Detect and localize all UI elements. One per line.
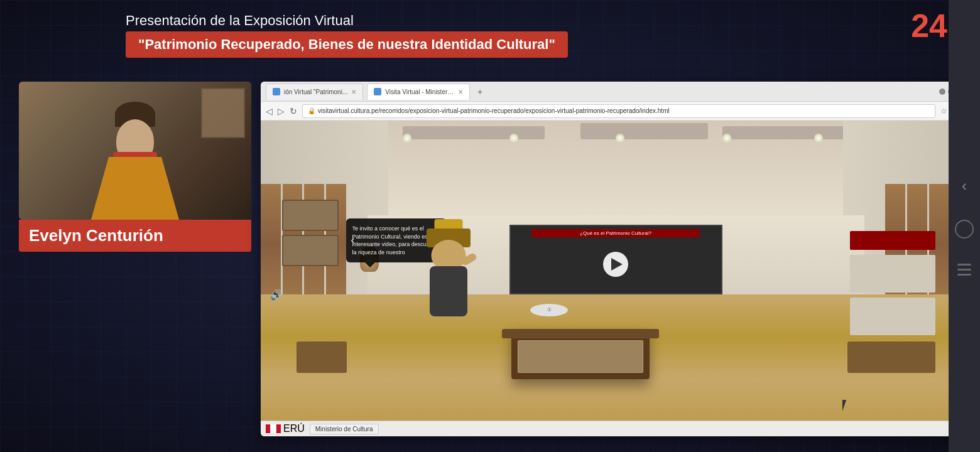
artwork-frame-1 bbox=[282, 200, 339, 231]
side-navigation-panel: ‹ bbox=[949, 0, 980, 452]
tab-2-close-icon[interactable]: ✕ bbox=[458, 89, 463, 95]
spotlight-3 bbox=[616, 134, 624, 143]
right-panel-2 bbox=[850, 298, 935, 335]
table-top bbox=[502, 329, 659, 338]
exhibit-table-left bbox=[297, 342, 347, 373]
ministry-label: Ministerio de Cultura bbox=[310, 424, 379, 434]
side-bar-3 bbox=[957, 274, 971, 276]
tab-2-favicon bbox=[374, 88, 381, 95]
right-panel-red bbox=[850, 231, 935, 250]
presenter-name: Evelyn Centurión bbox=[29, 226, 163, 245]
address-bar[interactable]: 🔒 visitavirtual.cultura.pe/recorridos/ex… bbox=[302, 104, 935, 118]
jacket bbox=[91, 157, 179, 220]
ministry-bottom-bar: ERÚ Ministerio de Cultura bbox=[261, 421, 971, 436]
tab-1-favicon bbox=[273, 88, 280, 95]
side-nav-bars-button[interactable] bbox=[957, 264, 971, 276]
museum-room: ¿Qué es el Patrimonio Cultural? ‹ Te inv… bbox=[261, 121, 971, 436]
artwork-frame-2 bbox=[282, 235, 339, 266]
peru-text: ERÚ bbox=[283, 423, 305, 434]
title-line2-wrapper: "Patrimonio Recuperado, Bienes de nuestr… bbox=[126, 31, 568, 58]
left-artworks bbox=[282, 200, 339, 266]
spotlight-5 bbox=[814, 134, 823, 143]
mouse-cursor bbox=[842, 400, 850, 411]
channel-number: 24 bbox=[911, 9, 947, 42]
wall-art bbox=[201, 88, 245, 138]
title-bar: Presentación de la Exposición Virtual "P… bbox=[126, 13, 905, 58]
ceiling-panel-1 bbox=[403, 126, 545, 139]
ceiling-panel-2 bbox=[580, 123, 708, 139]
title-line1: Presentación de la Exposición Virtual bbox=[126, 13, 905, 29]
flag-white-center bbox=[270, 424, 276, 433]
sound-icon[interactable]: 🔊 bbox=[270, 289, 283, 301]
play-triangle-icon bbox=[611, 258, 623, 271]
new-tab-button[interactable]: + bbox=[474, 85, 486, 98]
right-exhibit-panels bbox=[850, 231, 935, 335]
address-bar-row: ◁ ▷ ↻ 🔒 visitavirtual.cultura.pe/recorri… bbox=[261, 102, 971, 121]
side-bar-1 bbox=[957, 264, 971, 266]
refresh-button[interactable]: ↻ bbox=[290, 106, 297, 116]
central-display-screen[interactable]: ¿Qué es el Patrimonio Cultural? bbox=[509, 225, 722, 294]
side-bar-2 bbox=[957, 269, 971, 271]
display-label: ¿Qué es el Patrimonio Cultural? bbox=[531, 229, 700, 237]
spotlight-2 bbox=[509, 134, 518, 143]
spotlight-1 bbox=[403, 134, 411, 143]
pedestal-number: ① bbox=[547, 307, 552, 313]
presenter-panel: Evelyn Centurión bbox=[19, 82, 251, 252]
tab-1-close-icon[interactable]: ✕ bbox=[351, 89, 356, 95]
flag-red-right bbox=[276, 424, 281, 433]
exhibit-table-right bbox=[847, 342, 935, 373]
mascot-body bbox=[430, 266, 467, 316]
table-display bbox=[518, 340, 643, 373]
peru-flag: ERÚ bbox=[266, 423, 305, 434]
right-panel-1 bbox=[850, 255, 935, 293]
browser-chrome: ión Virtual "Patrimoni... ✕ Visita Virtu… bbox=[261, 82, 971, 102]
flag-red-left bbox=[266, 424, 270, 433]
play-button[interactable] bbox=[603, 252, 628, 277]
side-nav-arrow-icon[interactable]: ‹ bbox=[962, 177, 967, 195]
side-nav-circle-button[interactable] bbox=[955, 220, 974, 239]
peru-flag-image bbox=[266, 424, 281, 433]
museum-content: ¿Qué es el Patrimonio Cultural? ‹ Te inv… bbox=[261, 121, 971, 436]
tab-1-label: ión Virtual "Patrimoni... bbox=[284, 89, 347, 95]
browser-tab-2[interactable]: Visita Virtual - Ministerio de Cul... ✕ bbox=[367, 83, 470, 100]
bookmark-star-icon[interactable]: ☆ bbox=[940, 107, 947, 116]
back-button[interactable]: ◁ bbox=[266, 106, 273, 116]
browser-panel: ión Virtual "Patrimoni... ✕ Visita Virtu… bbox=[261, 82, 971, 436]
browser-tab-1[interactable]: ión Virtual "Patrimoni... ✕ bbox=[266, 83, 363, 100]
center-exhibit-table bbox=[511, 329, 650, 379]
tab-2-label: Visita Virtual - Ministerio de Cul... bbox=[385, 89, 454, 95]
address-text: visitavirtual.cultura.pe/recorridos/expo… bbox=[318, 107, 670, 114]
lock-icon: 🔒 bbox=[308, 107, 315, 114]
presenter-name-bar: Evelyn Centurión bbox=[19, 220, 251, 252]
presenter-video bbox=[19, 82, 251, 220]
title-line2: "Patrimonio Recuperado, Bienes de nuestr… bbox=[138, 36, 555, 52]
mascot-character bbox=[417, 216, 480, 316]
forward-button[interactable]: ▷ bbox=[278, 106, 285, 116]
spotlight-4 bbox=[722, 134, 731, 143]
minimize-button[interactable] bbox=[939, 89, 945, 95]
dialog-nav-arrow[interactable]: ‹ bbox=[351, 233, 355, 249]
presenter-placeholder bbox=[19, 82, 251, 220]
slat-1 bbox=[261, 184, 281, 304]
artifact-pedestal: ① bbox=[530, 304, 568, 316]
